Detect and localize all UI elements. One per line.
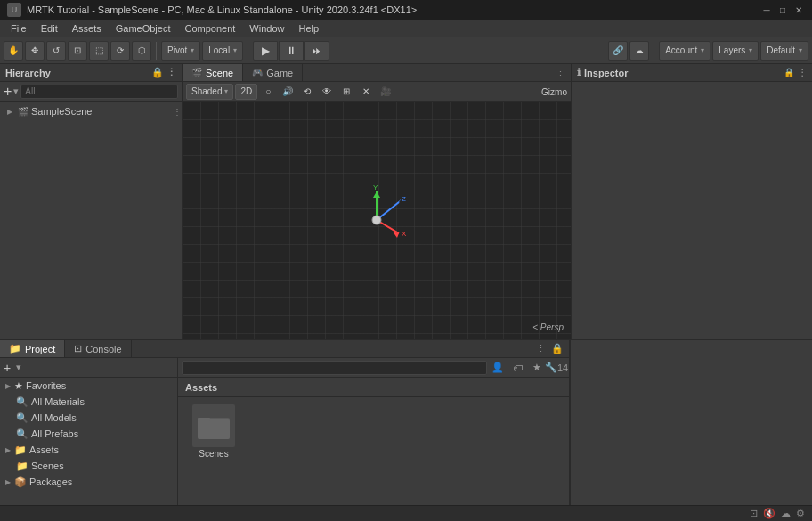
tool-hand[interactable]: ✋ (4, 41, 23, 61)
tab-scene[interactable]: 🎬 Scene (183, 64, 243, 81)
tool-custom[interactable]: ⬡ (132, 41, 151, 61)
console-tab-label: Console (85, 344, 121, 354)
menu-gameobject[interactable]: GameObject (109, 21, 178, 36)
bottom-row: 📁 Project ⊡ Console ⋮ 🔒 + ▾ (0, 340, 812, 521)
tree-item-assets[interactable]: ▶ 📁 Assets (0, 442, 177, 458)
hierarchy-item-more[interactable]: ⋮ (173, 107, 182, 117)
svg-rect-12 (198, 418, 210, 421)
menu-file[interactable]: File (4, 21, 34, 36)
asset-item-scenes[interactable]: Scenes (185, 404, 242, 459)
hierarchy-more-icon[interactable]: ⋮ (166, 67, 176, 78)
project-lock-icon[interactable]: 🔒 (551, 343, 569, 354)
scenes-folder-icon: 📁 (16, 460, 28, 472)
hierarchy-lock-icon[interactable]: 🔒 (151, 67, 164, 78)
hierarchy-add-btn[interactable]: + (4, 85, 12, 99)
console-tab-icon: ⊡ (74, 343, 82, 354)
scene-tabs-bar: 🎬 Scene 🎮 Game ⋮ (183, 64, 571, 82)
pivot-label: Pivot (167, 45, 187, 55)
step-button[interactable]: ⏭ (304, 41, 329, 61)
assets-filter-tag[interactable]: 🏷 (508, 360, 526, 376)
favorites-icon: ★ (14, 380, 23, 392)
status-icon-1[interactable]: ⊡ (750, 508, 758, 519)
game-tab-label: Game (266, 68, 293, 78)
menu-window[interactable]: Window (242, 21, 291, 36)
shading-label: Shaded (191, 86, 222, 96)
scene-x-btn[interactable]: ✕ (357, 84, 375, 100)
inspector-more-icon[interactable]: ⋮ (798, 68, 807, 77)
tool-transform[interactable]: ⟳ (110, 41, 130, 61)
local-dropdown[interactable]: Local ▾ (202, 41, 243, 61)
tab-console[interactable]: ⊡ Console (65, 340, 131, 357)
scene-vis-btn[interactable]: 👁 (318, 84, 336, 100)
project-add-arrow[interactable]: ▾ (16, 362, 21, 373)
local-arrow: ▾ (233, 46, 237, 54)
tree-item-packages[interactable]: ▶ 📦 Packages (0, 474, 177, 490)
collab-button[interactable]: 🔗 (608, 41, 628, 61)
tab-game[interactable]: 🎮 Game (243, 64, 303, 81)
window-controls: ─ □ ✕ (760, 4, 805, 16)
minimize-button[interactable]: ─ (760, 4, 773, 16)
pause-button[interactable]: ⏸ (279, 41, 304, 61)
scene-fx-btn[interactable]: ⟲ (298, 84, 316, 100)
scene-gizmo: Z X Y (341, 184, 412, 257)
inspector-lock-icon[interactable]: 🔒 (784, 68, 794, 77)
scene-audio-btn[interactable]: 🔊 (279, 84, 296, 100)
tab-project[interactable]: 📁 Project (0, 340, 65, 357)
scene-grid[interactable]: Z X Y < Persp (183, 102, 571, 339)
maximize-button[interactable]: □ (776, 4, 789, 16)
scene-panel-more[interactable]: ⋮ (556, 67, 571, 78)
status-icon-3[interactable]: ☁ (781, 508, 791, 519)
project-panel-more[interactable]: ⋮ (536, 343, 551, 354)
tree-item-favorites[interactable]: ▶ ★ Favorites (0, 378, 177, 394)
scene-cam-btn[interactable]: 🎥 (377, 84, 394, 100)
account-dropdown[interactable]: Account ▾ (659, 41, 710, 61)
scene-lighting-btn[interactable]: ○ (259, 84, 277, 100)
tree-item-all-models[interactable]: 🔍 All Models (0, 410, 177, 426)
scene-persp-label: < Persp (532, 322, 564, 332)
tool-move[interactable]: ✥ (25, 41, 45, 61)
shading-dropdown[interactable]: Shaded ▾ (186, 84, 233, 100)
svg-text:Y: Y (373, 184, 378, 191)
scene-grid-btn[interactable]: ⊞ (337, 84, 355, 100)
menu-help[interactable]: Help (291, 21, 326, 36)
tool-rect[interactable]: ⬚ (89, 41, 109, 61)
assets-filter-people[interactable]: 👤 (489, 360, 507, 376)
assets-folder-icon: 📁 (14, 444, 27, 456)
project-assets: 👤 🏷 ★ 🔧 14 Assets (178, 358, 569, 521)
tree-label-favorites: Favorites (26, 380, 66, 391)
hierarchy-add-arrow[interactable]: ▾ (13, 86, 19, 96)
cloud-button[interactable]: ☁ (629, 41, 649, 61)
close-button[interactable]: ✕ (792, 4, 805, 16)
default-dropdown[interactable]: Default ▾ (760, 41, 808, 61)
menu-assets[interactable]: Assets (65, 21, 109, 36)
filter-count: 14 (557, 362, 568, 373)
tree-label-all-models: All Models (31, 412, 77, 423)
layers-arrow: ▾ (749, 46, 752, 54)
tool-rotate[interactable]: ↺ (46, 41, 66, 61)
layers-dropdown[interactable]: Layers ▾ (712, 41, 759, 61)
tree-label-all-prefabs: All Prefabs (31, 428, 78, 439)
tree-arrow-packages: ▶ (5, 478, 14, 486)
pivot-dropdown[interactable]: Pivot ▾ (161, 41, 200, 61)
assets-filter-star[interactable]: ★ (528, 360, 546, 376)
status-icon-2[interactable]: 🔇 (763, 508, 775, 519)
assets-filter-count[interactable]: 🔧 14 (548, 360, 565, 376)
assets-search-input[interactable] (182, 361, 487, 375)
sep3 (654, 42, 654, 60)
hierarchy-item-samplescene[interactable]: ▶ 🎬 SampleScene ⋮ (0, 103, 182, 119)
play-button[interactable]: ▶ (253, 41, 278, 61)
menu-component[interactable]: Component (177, 21, 242, 36)
hierarchy-search-input[interactable] (20, 85, 178, 99)
all-materials-icon: 🔍 (16, 396, 28, 408)
twod-btn[interactable]: 2D (235, 84, 257, 100)
project-add-btn[interactable]: + (4, 361, 11, 375)
project-bottom: + ▾ ▶ ★ Favorites 🔍 All Materials 🔍 (0, 358, 569, 521)
tree-item-all-materials[interactable]: 🔍 All Materials (0, 394, 177, 410)
default-label: Default (767, 45, 795, 55)
tree-item-all-prefabs[interactable]: 🔍 All Prefabs (0, 426, 177, 442)
tree-item-scenes[interactable]: 📁 Scenes (0, 458, 177, 474)
menu-edit[interactable]: Edit (34, 21, 65, 36)
play-controls: ▶ ⏸ ⏭ (253, 41, 329, 61)
status-icon-4[interactable]: ⚙ (796, 508, 805, 519)
tool-scale[interactable]: ⊡ (68, 41, 87, 61)
